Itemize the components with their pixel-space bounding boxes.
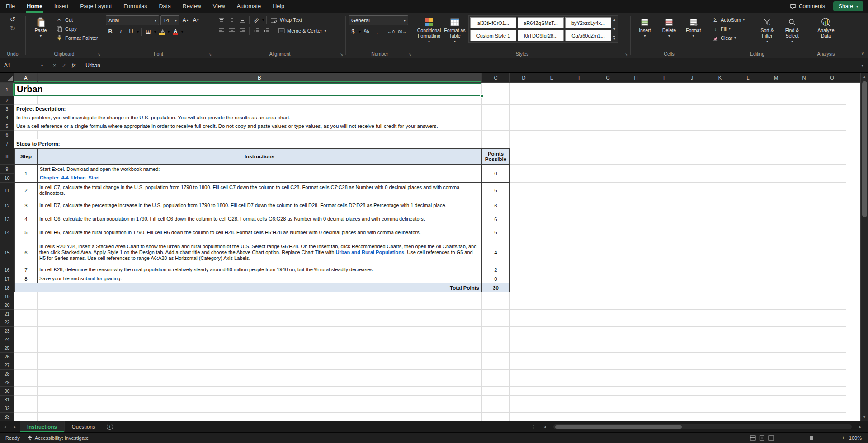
cell-K31[interactable] (706, 396, 734, 404)
cell-I28[interactable] (650, 370, 678, 378)
cell-F25[interactable] (566, 344, 594, 353)
cell-L8[interactable] (734, 148, 762, 165)
cell-H13[interactable] (622, 213, 650, 225)
tab-splitter-icon[interactable]: ⋮ (531, 424, 536, 430)
cell-L25[interactable] (734, 344, 762, 353)
cell-D31[interactable] (510, 396, 538, 404)
cell-L33[interactable] (734, 413, 762, 421)
cell-N9[interactable] (790, 165, 818, 183)
cell-F3[interactable] (566, 105, 594, 113)
cell-J22[interactable] (678, 318, 706, 327)
cell-O12[interactable] (818, 198, 846, 213)
cell-D16[interactable] (510, 265, 538, 274)
cell-H22[interactable] (622, 318, 650, 327)
cell-D25[interactable] (510, 344, 538, 353)
cell-C2[interactable] (482, 96, 510, 105)
cell-D33[interactable] (510, 413, 538, 421)
step-instructions-cell[interactable]: In cell K28, determine the reason why th… (38, 265, 482, 274)
cell-N2[interactable] (790, 96, 818, 105)
cell-K33[interactable] (706, 413, 734, 421)
align-middle-icon[interactable] (227, 15, 236, 24)
cell-N5[interactable] (790, 122, 818, 131)
cell-K4[interactable] (706, 113, 734, 122)
fill-button[interactable]: ↓ Fill ▾ (711, 24, 754, 33)
step-number-cell[interactable]: 1 (14, 165, 38, 183)
vertical-scrollbar[interactable]: ▴ ▾ (860, 73, 868, 421)
workbook-link[interactable]: Urban and Rural Populations (336, 250, 405, 255)
cell-M6[interactable] (762, 131, 790, 139)
conditional-formatting-button[interactable]: Conditional Formatting ▾ (417, 15, 441, 45)
cell-G9[interactable] (594, 165, 622, 183)
cell-H32[interactable] (622, 404, 650, 413)
horizontal-scrollbar-thumb[interactable] (555, 425, 682, 429)
cell-F30[interactable] (566, 387, 594, 396)
cell-N30[interactable] (790, 387, 818, 396)
row-header-26[interactable]: 26 (0, 353, 14, 361)
cell-L18[interactable] (734, 283, 762, 292)
cell-F6[interactable] (566, 131, 594, 139)
cell-G27[interactable] (594, 361, 622, 370)
cell-I4[interactable] (650, 113, 678, 122)
row-header-16[interactable]: 16 (0, 265, 14, 274)
cell-O25[interactable] (818, 344, 846, 353)
cell-C1[interactable] (482, 83, 510, 96)
cell-H18[interactable] (622, 283, 650, 292)
cell-L16[interactable] (734, 265, 762, 274)
cell-C26[interactable] (482, 353, 510, 361)
cell-I26[interactable] (650, 353, 678, 361)
step-points-cell[interactable]: 2 (482, 265, 510, 274)
menu-tab-page-layout[interactable]: Page Layout (74, 0, 118, 13)
cell-B6[interactable] (38, 131, 482, 139)
cell-A30[interactable] (14, 387, 38, 396)
row-header-25[interactable]: 25 (0, 344, 14, 353)
cell-G25[interactable] (594, 344, 622, 353)
cell-I22[interactable] (650, 318, 678, 327)
cell-E33[interactable] (538, 413, 566, 421)
cell-M11[interactable] (762, 183, 790, 198)
cell-E27[interactable] (538, 361, 566, 370)
copy-button[interactable]: Copy (54, 24, 99, 33)
menu-tab-home[interactable]: Home (21, 0, 48, 13)
cell-A32[interactable] (14, 404, 38, 413)
cell-M8[interactable] (762, 148, 790, 165)
cell-A19[interactable] (14, 292, 38, 301)
cell-L30[interactable] (734, 387, 762, 396)
cell-A2[interactable] (14, 96, 38, 105)
cell-D22[interactable] (510, 318, 538, 327)
cell-H23[interactable] (622, 327, 650, 335)
sheet-tab-questions[interactable]: Questions (65, 421, 103, 432)
cell-I31[interactable] (650, 396, 678, 404)
cell-E14[interactable] (538, 225, 566, 240)
cell-O3[interactable] (818, 105, 846, 113)
cell-A24[interactable] (14, 335, 38, 344)
cell-E4[interactable] (538, 113, 566, 122)
cell-M14[interactable] (762, 225, 790, 240)
cell-H2[interactable] (622, 96, 650, 105)
step-number-cell[interactable]: 5 (14, 225, 38, 240)
cell-O32[interactable] (818, 404, 846, 413)
cell-K28[interactable] (706, 370, 734, 378)
column-header-O[interactable]: O (818, 73, 846, 82)
cell-M17[interactable] (762, 274, 790, 283)
cell-L1[interactable] (734, 83, 762, 96)
cell-O22[interactable] (818, 318, 846, 327)
decrease-decimal-icon[interactable]: .00→ (397, 27, 406, 36)
cell-N20[interactable] (790, 301, 818, 310)
row-header-9[interactable]: 9 (0, 165, 14, 174)
cell-M3[interactable] (762, 105, 790, 113)
cell-O9[interactable] (818, 165, 846, 183)
cell-O29[interactable] (818, 378, 846, 387)
cell-G15[interactable] (594, 240, 622, 265)
currency-format-icon[interactable]: $ (349, 27, 358, 36)
zoom-slider-thumb[interactable] (810, 436, 813, 440)
cell-N21[interactable] (790, 310, 818, 318)
cell-A21[interactable] (14, 310, 38, 318)
cell-E17[interactable] (538, 274, 566, 283)
total-points-value-cell[interactable]: 30 (482, 283, 510, 292)
cell-J12[interactable] (678, 198, 706, 213)
cell-D28[interactable] (510, 370, 538, 378)
cell-M15[interactable] (762, 240, 790, 265)
cell-E12[interactable] (538, 198, 566, 213)
cell-F31[interactable] (566, 396, 594, 404)
cell-M20[interactable] (762, 301, 790, 310)
